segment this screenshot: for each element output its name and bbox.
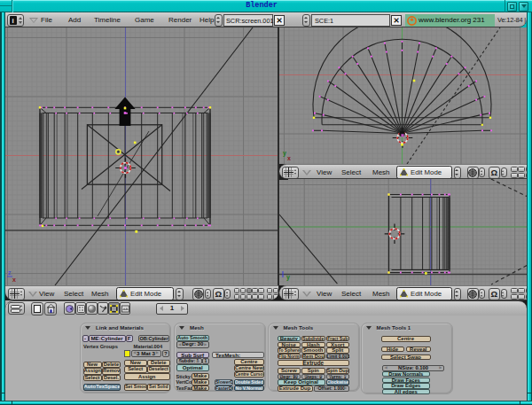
svg-text:x: x — [287, 155, 291, 161]
svg-text:z: z — [8, 269, 12, 276]
svg-text:x: x — [12, 276, 16, 283]
svg-text:y: y — [283, 150, 286, 157]
svg-text:y: y — [286, 274, 290, 281]
